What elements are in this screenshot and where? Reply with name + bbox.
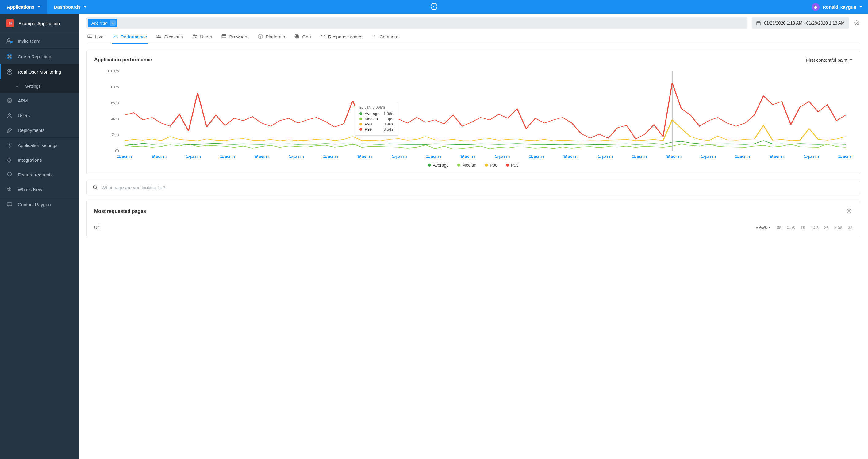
sidebar-item-label: Invite team	[18, 38, 40, 43]
platforms-icon	[258, 33, 263, 40]
tab-label: Platforms	[266, 34, 285, 39]
sidebar-item-real-user-monitoring[interactable]: Real User Monitoring	[0, 64, 79, 80]
sidebar-item-feature-requests[interactable]: Feature requests	[0, 167, 79, 182]
tab-geo[interactable]: Geo	[293, 30, 311, 43]
sidebar-item-label: Integrations	[18, 157, 42, 163]
sidebar-item-label: Deployments	[18, 128, 45, 133]
tooltip-time: 26 Jan, 3:00am	[360, 105, 393, 110]
tab-live[interactable]: Live	[87, 30, 104, 43]
col-uri[interactable]: Uri	[94, 225, 749, 230]
sidebar-item-settings[interactable]: Settings	[0, 80, 79, 93]
sidebar-app-header[interactable]: 🎯 Example Application	[0, 14, 79, 33]
tab-label: Sessions	[164, 34, 183, 39]
cpu-icon	[6, 98, 13, 104]
sidebar-item-crash-reporting[interactable]: Crash Reporting	[0, 49, 79, 64]
user-menu[interactable]: Ronald Raygun	[806, 3, 868, 11]
legend-swatch	[360, 118, 362, 120]
tab-browsers[interactable]: Browsers	[220, 30, 249, 43]
performance-panel: Application performance First contentful…	[87, 51, 860, 174]
tick-label: 3s	[848, 225, 852, 230]
legend-swatch	[506, 163, 509, 166]
add-filter-label: Add filter	[91, 21, 107, 26]
sidebar-item-what-s-new[interactable]: What's New	[0, 182, 79, 197]
date-range-picker[interactable]: 01/21/2020 1:13 AM - 01/28/2020 1:13 AM	[752, 18, 849, 29]
svg-text:5pm: 5pm	[700, 154, 716, 158]
person-icon	[6, 112, 13, 118]
svg-point-16	[856, 22, 858, 23]
svg-text:5pm: 5pm	[288, 154, 304, 158]
gear-icon	[846, 208, 852, 214]
performance-chart[interactable]: 02s4s6s8s10s1am9am5pm1am9am5pm1am9am5pm1…	[94, 68, 852, 160]
sidebar-item-apm[interactable]: APM	[0, 93, 79, 108]
svg-text:9am: 9am	[563, 154, 579, 158]
topnav-applications[interactable]: Applications	[0, 0, 47, 14]
svg-text:9am: 9am	[460, 154, 476, 158]
sidebar-item-integrations[interactable]: Integrations	[0, 152, 79, 167]
tick-label: 1s	[801, 225, 805, 230]
add-filter-button[interactable]: Add filter +	[88, 19, 118, 27]
svg-text:1am: 1am	[838, 154, 852, 158]
svg-point-13	[9, 145, 10, 146]
dot-icon	[13, 86, 20, 87]
topnav-dashboards-label: Dashboards	[54, 4, 81, 9]
table-settings-button[interactable]	[846, 207, 852, 215]
svg-point-8	[9, 56, 10, 57]
panel-title: Application performance	[94, 57, 152, 63]
topnav-applications-label: Applications	[7, 4, 34, 9]
tab-users[interactable]: Users	[191, 30, 213, 43]
sidebar-item-label: Contact Raygun	[18, 202, 51, 207]
tab-bar: LivePerformanceSessionsUsersBrowsersPlat…	[87, 30, 860, 44]
sidebar-item-users[interactable]: Users	[0, 108, 79, 123]
page-search[interactable]	[87, 181, 860, 194]
calendar-icon	[756, 21, 761, 26]
topbar: Applications Dashboards Ronald Raygun	[0, 0, 868, 14]
tab-compare[interactable]: Compare	[371, 30, 399, 43]
svg-rect-11	[9, 100, 10, 101]
tab-performance[interactable]: Performance	[112, 30, 148, 43]
settings-gear-button[interactable]	[853, 19, 860, 27]
tab-platforms[interactable]: Platforms	[257, 30, 285, 43]
svg-text:1am: 1am	[220, 154, 236, 158]
svg-rect-10	[8, 99, 11, 102]
svg-rect-20	[157, 37, 161, 38]
performance-icon	[113, 33, 118, 40]
browsers-icon	[221, 33, 227, 40]
sidebar-item-label: Users	[18, 113, 30, 118]
tick-label: 2s	[824, 225, 829, 230]
metric-dropdown[interactable]: First contentful paint	[806, 57, 852, 63]
tab-label: Users	[200, 34, 212, 39]
tick-label: 0s	[777, 225, 781, 230]
tick-label: 0.5s	[787, 225, 795, 230]
gear-icon	[6, 142, 13, 148]
topnav-dashboards[interactable]: Dashboards	[47, 0, 94, 14]
svg-text:1am: 1am	[529, 154, 545, 158]
tab-sessions[interactable]: Sessions	[155, 30, 183, 43]
tab-response-codes[interactable]: Response codes	[319, 30, 363, 43]
sidebar-item-label: Crash Reporting	[18, 54, 51, 59]
svg-text:0: 0	[115, 149, 119, 153]
svg-text:4s: 4s	[111, 117, 119, 121]
tab-label: Compare	[379, 34, 398, 39]
svg-text:1am: 1am	[117, 154, 133, 158]
svg-rect-18	[157, 35, 159, 36]
sidebar-item-application-settings[interactable]: Application settings	[0, 138, 79, 152]
legend-item-p90[interactable]: P90	[485, 163, 497, 167]
rocket-icon	[6, 127, 13, 133]
sidebar-item-label: APM	[18, 98, 28, 103]
tooltip-row: Median0µs	[360, 117, 393, 121]
legend-item-median[interactable]: Median	[457, 163, 476, 167]
sidebar-item-contact-raygun[interactable]: Contact Raygun	[0, 197, 79, 212]
col-views[interactable]: Views	[755, 225, 771, 230]
sessions-icon	[156, 33, 162, 40]
legend-item-p99[interactable]: P99	[506, 163, 519, 167]
legend-item-average[interactable]: Average	[428, 163, 449, 167]
sidebar-item-deployments[interactable]: Deployments	[0, 123, 79, 138]
plus-icon: +	[110, 20, 116, 26]
legend-swatch	[428, 163, 431, 166]
svg-text:1am: 1am	[323, 154, 339, 158]
puzzle-icon	[6, 157, 13, 163]
svg-text:10s: 10s	[106, 69, 119, 73]
svg-point-55	[848, 210, 850, 212]
sidebar-item-invite-team[interactable]: Invite team	[0, 33, 79, 49]
page-search-input[interactable]	[101, 185, 854, 190]
